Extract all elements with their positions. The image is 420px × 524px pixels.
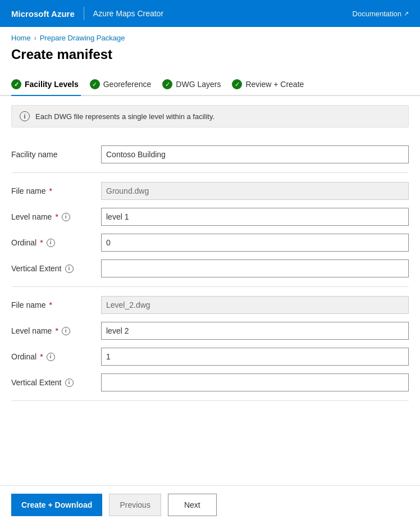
info-message: Each DWG file represents a single level … — [35, 112, 214, 121]
info-box: i Each DWG file represents a single leve… — [11, 105, 409, 127]
level-1-levelname-info-icon[interactable]: i — [62, 213, 70, 221]
level-1-ordinal-label: Ordinal * i — [11, 238, 101, 247]
level-2-extent-input[interactable] — [101, 373, 409, 391]
level-2-levelname-row: Level name * i — [11, 322, 409, 340]
level-2-filename-label: File name * — [11, 300, 101, 309]
main-content: i Each DWG file represents a single leve… — [0, 105, 420, 446]
level-2-section: File name * Level name * i Ordinal * i — [11, 287, 409, 401]
level-1-ordinal-input[interactable] — [101, 234, 409, 252]
level-1-levelname-row: Level name * i — [11, 208, 409, 226]
facility-name-label: Facility name — [11, 150, 101, 159]
create-download-button[interactable]: Create + Download — [11, 494, 102, 516]
tab-review-create[interactable]: ✓ Review + Create — [232, 74, 315, 95]
header-divider — [84, 7, 84, 20]
level-2-levelname-input[interactable] — [101, 322, 409, 340]
level-1-extent-input[interactable] — [101, 259, 409, 277]
info-icon: i — [20, 111, 30, 121]
level-2-ordinal-row: Ordinal * i — [11, 348, 409, 366]
breadcrumb: Home › Prepare Drawing Package — [0, 27, 420, 44]
tab-check-facility-levels: ✓ — [11, 79, 21, 89]
tab-facility-levels[interactable]: ✓ Facility Levels — [11, 74, 90, 95]
level-1-extent-label: Vertical Extent i — [11, 264, 101, 273]
level-1-extent-row: Vertical Extent i — [11, 259, 409, 277]
level-2-extent-label: Vertical Extent i — [11, 378, 101, 387]
level-1-filename-input — [101, 182, 409, 200]
level-2-levelname-label: Level name * i — [11, 326, 101, 335]
level-2-filename-input — [101, 296, 409, 314]
header: Microsoft Azure Azure Maps Creator Docum… — [0, 0, 420, 27]
breadcrumb-current: Prepare Drawing Package — [40, 34, 125, 42]
form-area: Facility name File name * Level name * i — [0, 136, 420, 401]
page-title: Create manifest — [0, 44, 420, 74]
level-2-ordinal-info-icon[interactable]: i — [47, 353, 55, 361]
next-button[interactable]: Next — [168, 494, 217, 516]
facility-name-input[interactable] — [101, 145, 409, 163]
facility-section: Facility name — [11, 136, 409, 173]
footer: Create + Download Previous Next — [0, 485, 420, 524]
brand-label: Microsoft Azure — [11, 9, 75, 19]
documentation-link[interactable]: Documentation ↗ — [353, 10, 409, 18]
facility-name-row: Facility name — [11, 145, 409, 163]
level-2-extent-info-icon[interactable]: i — [65, 379, 74, 387]
level-2-filename-row: File name * — [11, 296, 409, 314]
home-link[interactable]: Home — [11, 34, 31, 42]
level-1-filename-label: File name * — [11, 186, 101, 195]
tabs-container: ✓ Facility Levels ✓ Georeference ✓ DWG L… — [0, 74, 420, 96]
tab-georeference[interactable]: ✓ Georeference — [90, 74, 163, 95]
level-2-levelname-info-icon[interactable]: i — [62, 327, 70, 335]
level-1-levelname-input[interactable] — [101, 208, 409, 226]
level-1-levelname-label: Level name * i — [11, 212, 101, 221]
tab-check-review-create: ✓ — [232, 79, 242, 89]
level-2-ordinal-input[interactable] — [101, 348, 409, 366]
tab-check-georeference: ✓ — [90, 79, 100, 89]
tab-check-dwg-layers: ✓ — [162, 79, 172, 89]
breadcrumb-separator: › — [34, 34, 36, 42]
external-link-icon: ↗ — [404, 10, 409, 17]
level-1-filename-row: File name * — [11, 182, 409, 200]
level-1-ordinal-info-icon[interactable]: i — [47, 239, 55, 247]
tab-dwg-layers[interactable]: ✓ DWG Layers — [162, 74, 232, 95]
level-2-ordinal-label: Ordinal * i — [11, 352, 101, 361]
level-1-section: File name * Level name * i Ordinal * i — [11, 173, 409, 287]
previous-button: Previous — [109, 494, 161, 516]
level-2-extent-row: Vertical Extent i — [11, 373, 409, 391]
level-1-ordinal-row: Ordinal * i — [11, 234, 409, 252]
level-1-extent-info-icon[interactable]: i — [65, 265, 74, 273]
product-label: Azure Maps Creator — [93, 9, 163, 18]
